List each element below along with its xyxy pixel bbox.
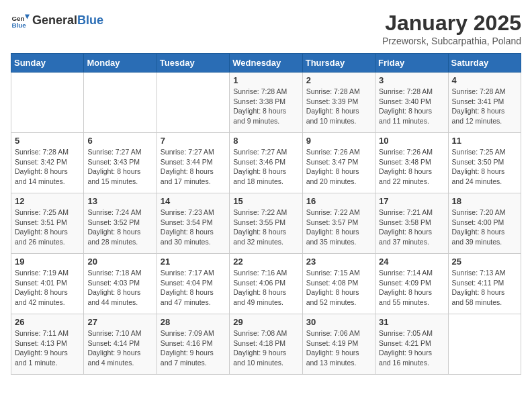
day-number: 10 (379, 136, 444, 146)
day-info: Sunrise: 7:25 AM Sunset: 3:50 PM Dayligh… (452, 147, 517, 187)
day-number: 31 (379, 317, 444, 327)
calendar-cell: 14Sunrise: 7:23 AM Sunset: 3:54 PM Dayli… (157, 193, 229, 254)
day-info: Sunrise: 7:22 AM Sunset: 3:55 PM Dayligh… (233, 208, 298, 247)
day-info: Sunrise: 7:25 AM Sunset: 3:51 PM Dayligh… (15, 208, 80, 247)
page-header: Gen Blue GeneralBlue January 2025 Przewo… (11, 11, 521, 46)
day-number: 15 (233, 196, 298, 206)
day-info: Sunrise: 7:21 AM Sunset: 3:58 PM Dayligh… (379, 208, 444, 247)
day-info: Sunrise: 7:28 AM Sunset: 3:38 PM Dayligh… (233, 87, 298, 126)
calendar-cell: 11Sunrise: 7:25 AM Sunset: 3:50 PM Dayli… (448, 133, 521, 193)
calendar-cell: 21Sunrise: 7:17 AM Sunset: 4:04 PM Dayli… (157, 254, 229, 314)
calendar-week-row: 1Sunrise: 7:28 AM Sunset: 3:38 PM Daylig… (11, 73, 521, 133)
day-number: 24 (379, 257, 444, 267)
weekday-row: SundayMondayTuesdayWednesdayThursdayFrid… (11, 54, 521, 73)
calendar-cell: 19Sunrise: 7:19 AM Sunset: 4:01 PM Dayli… (11, 254, 84, 314)
weekday-header: Sunday (11, 54, 84, 73)
day-number: 27 (87, 317, 152, 327)
calendar-cell: 12Sunrise: 7:25 AM Sunset: 3:51 PM Dayli… (11, 193, 84, 254)
day-number: 7 (161, 136, 226, 146)
day-number: 16 (306, 196, 371, 206)
calendar-cell: 5Sunrise: 7:28 AM Sunset: 3:42 PM Daylig… (11, 133, 84, 193)
day-number: 26 (15, 317, 80, 327)
day-number: 2 (306, 75, 371, 85)
day-info: Sunrise: 7:27 AM Sunset: 3:46 PM Dayligh… (233, 147, 298, 187)
day-number: 22 (233, 257, 298, 267)
day-info: Sunrise: 7:13 AM Sunset: 4:11 PM Dayligh… (452, 268, 517, 308)
calendar-cell: 20Sunrise: 7:18 AM Sunset: 4:03 PM Dayli… (84, 254, 157, 314)
svg-marker-1 (25, 15, 30, 19)
calendar-cell: 17Sunrise: 7:21 AM Sunset: 3:58 PM Dayli… (375, 193, 448, 254)
day-number: 9 (306, 136, 371, 146)
day-number: 13 (87, 196, 152, 206)
calendar-cell: 15Sunrise: 7:22 AM Sunset: 3:55 PM Dayli… (230, 193, 302, 254)
day-number: 12 (15, 196, 80, 206)
day-info: Sunrise: 7:26 AM Sunset: 3:47 PM Dayligh… (306, 147, 371, 187)
weekday-header: Tuesday (157, 54, 229, 73)
day-info: Sunrise: 7:09 AM Sunset: 4:16 PM Dayligh… (161, 328, 226, 368)
day-info: Sunrise: 7:20 AM Sunset: 4:00 PM Dayligh… (452, 208, 517, 247)
day-number: 30 (306, 317, 371, 327)
day-number: 25 (452, 257, 517, 267)
calendar-cell: 7Sunrise: 7:27 AM Sunset: 3:44 PM Daylig… (157, 133, 229, 193)
day-number: 28 (161, 317, 226, 327)
calendar-cell: 27Sunrise: 7:10 AM Sunset: 4:14 PM Dayli… (84, 314, 157, 375)
day-info: Sunrise: 7:08 AM Sunset: 4:18 PM Dayligh… (233, 328, 298, 368)
day-number: 17 (379, 196, 444, 206)
calendar-table: SundayMondayTuesdayWednesdayThursdayFrid… (11, 53, 521, 375)
calendar-cell: 26Sunrise: 7:11 AM Sunset: 4:13 PM Dayli… (11, 314, 84, 375)
calendar-cell: 23Sunrise: 7:15 AM Sunset: 4:08 PM Dayli… (302, 254, 375, 314)
svg-text:Blue: Blue (11, 21, 26, 29)
calendar-week-row: 19Sunrise: 7:19 AM Sunset: 4:01 PM Dayli… (11, 254, 521, 314)
calendar-cell: 4Sunrise: 7:28 AM Sunset: 3:41 PM Daylig… (448, 73, 521, 133)
day-number: 14 (161, 196, 226, 206)
day-info: Sunrise: 7:24 AM Sunset: 3:52 PM Dayligh… (87, 208, 152, 247)
weekday-header: Monday (84, 54, 157, 73)
month-title: January 2025 (382, 11, 521, 36)
day-info: Sunrise: 7:28 AM Sunset: 3:39 PM Dayligh… (306, 87, 371, 126)
day-info: Sunrise: 7:23 AM Sunset: 3:54 PM Dayligh… (161, 208, 226, 247)
day-number: 3 (379, 75, 444, 85)
calendar-cell: 2Sunrise: 7:28 AM Sunset: 3:39 PM Daylig… (302, 73, 375, 133)
day-info: Sunrise: 7:11 AM Sunset: 4:13 PM Dayligh… (15, 328, 80, 368)
day-info: Sunrise: 7:14 AM Sunset: 4:09 PM Dayligh… (379, 268, 444, 308)
calendar-cell (11, 73, 84, 133)
day-info: Sunrise: 7:18 AM Sunset: 4:03 PM Dayligh… (87, 268, 152, 308)
calendar-cell: 29Sunrise: 7:08 AM Sunset: 4:18 PM Dayli… (230, 314, 302, 375)
calendar-cell (84, 73, 157, 133)
calendar-cell: 6Sunrise: 7:27 AM Sunset: 3:43 PM Daylig… (84, 133, 157, 193)
day-info: Sunrise: 7:15 AM Sunset: 4:08 PM Dayligh… (306, 268, 371, 308)
calendar-cell: 18Sunrise: 7:20 AM Sunset: 4:00 PM Dayli… (448, 193, 521, 254)
day-number: 5 (15, 136, 80, 146)
day-number: 29 (233, 317, 298, 327)
day-number: 8 (233, 136, 298, 146)
day-info: Sunrise: 7:28 AM Sunset: 3:40 PM Dayligh… (379, 87, 444, 126)
day-number: 19 (15, 257, 80, 267)
day-number: 6 (87, 136, 152, 146)
calendar-cell: 30Sunrise: 7:06 AM Sunset: 4:19 PM Dayli… (302, 314, 375, 375)
day-number: 1 (233, 75, 298, 85)
day-number: 18 (452, 196, 517, 206)
logo-text: GeneralBlue (32, 13, 103, 28)
day-number: 21 (161, 257, 226, 267)
calendar-cell: 31Sunrise: 7:05 AM Sunset: 4:21 PM Dayli… (375, 314, 448, 375)
day-info: Sunrise: 7:27 AM Sunset: 3:43 PM Dayligh… (87, 147, 152, 187)
day-number: 11 (452, 136, 517, 146)
day-info: Sunrise: 7:19 AM Sunset: 4:01 PM Dayligh… (15, 268, 80, 308)
day-number: 20 (87, 257, 152, 267)
calendar-cell: 9Sunrise: 7:26 AM Sunset: 3:47 PM Daylig… (302, 133, 375, 193)
day-number: 4 (452, 75, 517, 85)
weekday-header: Friday (375, 54, 448, 73)
day-number: 23 (306, 257, 371, 267)
weekday-header: Thursday (302, 54, 375, 73)
day-info: Sunrise: 7:26 AM Sunset: 3:48 PM Dayligh… (379, 147, 444, 187)
day-info: Sunrise: 7:10 AM Sunset: 4:14 PM Dayligh… (87, 328, 152, 368)
calendar-cell: 25Sunrise: 7:13 AM Sunset: 4:11 PM Dayli… (448, 254, 521, 314)
calendar-body: 1Sunrise: 7:28 AM Sunset: 3:38 PM Daylig… (11, 73, 521, 375)
logo-icon: Gen Blue (11, 11, 30, 30)
weekday-header: Wednesday (230, 54, 302, 73)
calendar-cell: 8Sunrise: 7:27 AM Sunset: 3:46 PM Daylig… (230, 133, 302, 193)
calendar-cell: 13Sunrise: 7:24 AM Sunset: 3:52 PM Dayli… (84, 193, 157, 254)
calendar-cell (157, 73, 229, 133)
day-info: Sunrise: 7:22 AM Sunset: 3:57 PM Dayligh… (306, 208, 371, 247)
day-info: Sunrise: 7:17 AM Sunset: 4:04 PM Dayligh… (161, 268, 226, 308)
